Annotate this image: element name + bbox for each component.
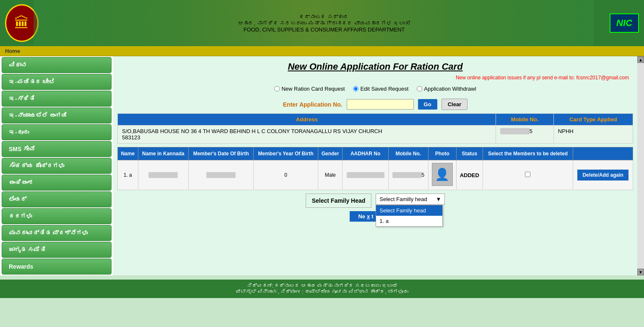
family-head-option-1[interactable]: 1. a: [376, 216, 442, 226]
header: 🏛 ಕರ್ನಾಟಕ ಸರ್ಕಾರ ಆಹಾರ, ನಾಗರಿಕ ಸರಬರಾಜು ಮತ…: [0, 0, 644, 46]
col-photo: Photo: [428, 147, 456, 160]
radio-edit-saved[interactable]: Edit Saved Request: [353, 86, 408, 92]
address-col-header: Address: [118, 114, 496, 126]
member-name: 1. a: [118, 160, 138, 190]
scrollbar[interactable]: ▲ ▼: [637, 56, 644, 275]
member-yob: 0: [254, 160, 318, 190]
mobile-col-header: Mobile No.: [496, 114, 553, 126]
member-select-delete[interactable]: [483, 160, 573, 190]
family-head-section: Select Family Head Select Familly head ▼…: [117, 194, 633, 208]
family-head-option-default[interactable]: Select Family head: [376, 205, 442, 216]
members-table: Name Name in Kannada Member's Date Of Bi…: [117, 147, 633, 190]
main-content: New Online Application For Ration Card N…: [113, 56, 637, 275]
delete-add-button[interactable]: Delete/Add again: [577, 170, 628, 181]
member-photo: 👤: [428, 160, 456, 190]
nic-logo: NIC: [610, 13, 639, 33]
family-head-dropdown-arrow: ▼: [436, 196, 441, 202]
nav-bar[interactable]: Home: [0, 46, 644, 56]
address-row: S/O,BABUSAB HOUSE NO 36 4 TH WARD BEHIND…: [118, 126, 633, 144]
radio-edit-input[interactable]: [353, 86, 358, 92]
sidebar-item-estiti[interactable]: ಇ-ಸ್ಥಿತಿ: [2, 91, 112, 107]
scroll-down-button[interactable]: ▼: [637, 269, 644, 275]
scroll-up-button[interactable]: ▲: [637, 56, 644, 63]
next-row: Ne x t na: [117, 211, 633, 222]
header-subtitle-kannada: ಆಹಾರ, ನಾಗರಿಕ ಸರಬರಾಜು ಮತ್ತು ಗ್ರಾಹಕರ ವ್ಯವಹ…: [39, 20, 610, 26]
member-name-kannada: [138, 160, 189, 190]
col-name-kannada: Name in Kannada: [138, 147, 189, 160]
radio-new-label: New Ration Card Request: [281, 86, 345, 92]
family-head-label: Select Family Head: [306, 194, 372, 208]
footer-line1: ನಿರ್ವಹಣೆ: ಕರ್ನಾಟಕ ಆಹಾರ ಮತ್ತು ನಾಗರಿಕ ಸರಬರ…: [3, 283, 641, 289]
radio-new-ration[interactable]: New Ration Card Request: [274, 86, 345, 92]
family-head-select-trigger[interactable]: Select Familly head ▼: [376, 194, 445, 205]
radio-withdraw[interactable]: Application Withdrawl: [417, 86, 476, 92]
sidebar-item-vidhana[interactable]: ವಿಧಾನ: [2, 57, 112, 73]
notice-text: New online application issues if any pl …: [113, 75, 637, 82]
col-select-delete: Select the Members to be deleted: [483, 147, 573, 160]
header-title-english: FOOD, CIVIL SUPPLIES & CONSUMER AFFAIRS …: [39, 26, 610, 33]
col-action: [573, 147, 633, 160]
scroll-track: [637, 63, 644, 269]
sidebar-item-enyayabele[interactable]: ಇ-ನ್ಯಾಯಬೆಲೆ ಅಂಗಡಿ: [2, 107, 112, 123]
delete-checkbox[interactable]: [525, 172, 530, 177]
header-center: ಕರ್ನಾಟಕ ಸರ್ಕಾರ ಆಹಾರ, ನಾಗರಿಕ ಸರಬರಾಜು ಮತ್ತ…: [39, 14, 610, 33]
member-aadhar: [343, 160, 388, 190]
sidebar-item-jagruta[interactable]: ಜಾಗೃತ ಸಮಿತಿ: [2, 242, 112, 258]
sidebar-item-tender[interactable]: ಟೆಂಡರ್: [2, 191, 112, 207]
col-yob: Member's Year Of Birth: [254, 147, 318, 160]
member-photo-box: 👤: [432, 163, 453, 186]
page-title: New Online Application For Ration Card: [113, 56, 637, 75]
member-status: ADDED: [456, 160, 483, 190]
member-gender: Male: [318, 160, 343, 190]
radio-section: New Ration Card Request Edit Saved Reque…: [113, 82, 637, 95]
footer-line2: ವೆಬ್‌ಸೈಟ್ ವಿನ್ಯಾಸ, ನಿರ್ಮಾಣ : ರಾಷ್ಟ್ರೀಯ ಸ…: [3, 289, 641, 295]
sidebar-item-sms[interactable]: SMS ಸೇವೆ: [2, 141, 112, 157]
family-head-select-value: Select Familly head: [379, 196, 427, 202]
family-head-dropdown: Select Family head 1. a: [376, 205, 443, 227]
main-layout: ವಿಧಾನ ಇ-ಪಡಿತರ ಚೀಟಿ ಇ-ಸ್ಥಿತಿ ಇ-ನ್ಯಾಯಬೆಲೆ …: [0, 56, 644, 275]
cardtype-col-header: Card Type Applied: [553, 114, 633, 126]
sidebar-item-punaravarti[interactable]: ಪುನರಾವರ್ತಿತ ಪ್ರಶ್ನೆಗಳು: [2, 225, 112, 241]
mobile-cell: XXXXXXXX5: [496, 126, 553, 144]
member-action[interactable]: Delete/Add again: [573, 160, 633, 190]
app-no-section: Enter Application No. Go Clear: [113, 95, 637, 113]
radio-withdraw-input[interactable]: [417, 86, 422, 92]
sidebar-item-daragalu[interactable]: ದರಗಳು: [2, 208, 112, 224]
nav-home[interactable]: Home: [5, 48, 20, 54]
app-no-input[interactable]: [347, 99, 414, 110]
radio-new-input[interactable]: [274, 86, 280, 92]
sidebar-item-soukarya[interactable]: ಸೌಕರ್ಯ ಕೇಂದ್ರಗಳು: [2, 158, 112, 174]
sidebar-item-ankiansha[interactable]: ಅಂಕಿಅಂಶ: [2, 175, 112, 191]
sidebar-item-rewards[interactable]: Rewards: [2, 259, 112, 275]
cardtype-cell: NPHH: [553, 126, 633, 144]
address-table: Address Mobile No. Card Type Applied S/O…: [117, 113, 633, 144]
status-badge: ADDED: [460, 172, 479, 178]
col-status: Status: [456, 147, 483, 160]
go-button[interactable]: Go: [418, 99, 437, 110]
sidebar-item-edooru[interactable]: ಇ-ದೂರು: [2, 124, 112, 140]
member-row: 1. a 0 Male 5 👤: [118, 160, 633, 190]
radio-withdraw-label: Application Withdrawl: [424, 86, 476, 92]
address-cell: S/O,BABUSAB HOUSE NO 36 4 TH WARD BEHIND…: [118, 126, 496, 144]
main-wrapper: New Online Application For Ration Card N…: [113, 56, 644, 275]
clear-button[interactable]: Clear: [441, 99, 468, 110]
col-name: Name: [118, 147, 138, 160]
col-gender: Gender: [318, 147, 343, 160]
col-dob: Member's Date Of Birth: [189, 147, 254, 160]
member-photo-silhouette: 👤: [432, 163, 452, 186]
header-title-kannada: ಕರ್ನಾಟಕ ಸರ್ಕಾರ: [39, 14, 610, 20]
sidebar: ವಿಧಾನ ಇ-ಪಡಿತರ ಚೀಟಿ ಇ-ಸ್ಥಿತಿ ಇ-ನ್ಯಾಯಬೆಲೆ …: [0, 56, 113, 275]
app-no-label: Enter Application No.: [283, 101, 343, 108]
member-mobile: 5: [388, 160, 428, 190]
col-mobile: Mobile No.: [388, 147, 428, 160]
footer: ನಿರ್ವಹಣೆ: ಕರ್ನಾಟಕ ಆಹಾರ ಮತ್ತು ನಾಗರಿಕ ಸರಬರ…: [0, 280, 644, 298]
col-aadhar: AADHAR No: [343, 147, 388, 160]
radio-edit-label: Edit Saved Request: [360, 86, 408, 92]
family-head-dropdown-wrapper: Select Familly head ▼ Select Family head…: [376, 194, 445, 205]
member-dob: [189, 160, 254, 190]
sidebar-item-epaditura[interactable]: ಇ-ಪಡಿತರ ಚೀಟಿ: [2, 74, 112, 90]
